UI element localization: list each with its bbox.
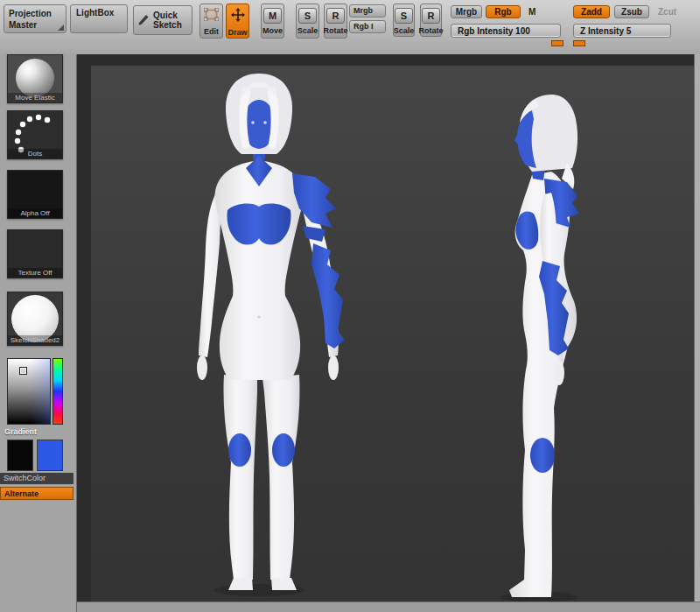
z-intensity-slider[interactable]: Z Intensity 5	[573, 24, 671, 38]
front-right-foot	[271, 578, 297, 590]
move-gyro-icon: M	[263, 8, 282, 24]
edit-label: Edit	[204, 27, 219, 36]
front-pauldron-plate	[303, 226, 326, 242]
side-hand	[554, 361, 564, 385]
color-sv-square[interactable]	[7, 358, 51, 425]
zadd-label: Zadd	[581, 7, 602, 17]
zsub-label: Zsub	[621, 7, 642, 17]
scale-gyro-icon-2: S	[395, 8, 413, 24]
front-right-knee-pad	[272, 433, 295, 467]
color-cursor[interactable]	[20, 368, 26, 374]
front-right-leg	[262, 375, 300, 580]
sketch-pen-icon	[137, 13, 150, 27]
material-label: SketchShaded2	[8, 335, 62, 345]
side-knee-pad	[530, 438, 555, 473]
front-pauldron	[292, 173, 336, 228]
mini-rgb-label: Rgb I	[354, 22, 374, 31]
bottom-tray-edge[interactable]	[77, 601, 700, 612]
front-left-hand	[197, 355, 207, 380]
rotate-mode-button[interactable]: R Rotate	[324, 4, 347, 39]
mrgb-button[interactable]: Mrgb	[451, 5, 482, 18]
front-left-foot	[228, 578, 253, 590]
model-front-figure	[197, 74, 345, 596]
corner-flick-icon	[58, 25, 64, 31]
mini-rgb-button[interactable]: Rgb I	[349, 20, 386, 33]
rotate-gyro-icon: R	[326, 8, 345, 24]
quick-sketch-button[interactable]: Quick Sketch	[133, 5, 192, 35]
rgb-label: Rgb	[494, 7, 511, 17]
lightbox-button[interactable]: LightBox	[70, 4, 128, 33]
projection-master-label: Projection Master	[9, 9, 52, 30]
mini-mrgb-button[interactable]: Mrgb	[349, 4, 386, 18]
zbrush-window: Projection Master LightBox Quick Sketch	[0, 0, 700, 612]
move-label: Move	[262, 26, 283, 35]
scale-mode-button-2[interactable]: S Scale	[393, 4, 415, 37]
brush-label: Move Elastic	[8, 93, 62, 102]
z-intensity-label: Z Intensity 5	[580, 26, 631, 36]
main-color-swatch[interactable]	[7, 440, 33, 471]
alpha-label: Alpha Off	[8, 208, 62, 218]
rotate-mode-button-2[interactable]: R Rotate	[420, 4, 442, 37]
zsub-button[interactable]: Zsub	[614, 5, 649, 18]
rgb-button[interactable]: Rgb	[486, 5, 521, 18]
scale-label-2: Scale	[394, 26, 415, 35]
rotate-label-2: Rotate	[419, 26, 444, 35]
front-left-eye	[251, 121, 255, 124]
front-torso	[215, 161, 304, 380]
zcut-button-disabled: Zcut	[658, 7, 676, 17]
color-picker[interactable]	[7, 358, 63, 425]
rgb-intensity-label: Rgb Intensity 100	[458, 26, 530, 36]
brush-preview-sphere-icon	[16, 59, 54, 97]
scale-label: Scale	[298, 26, 318, 35]
alpha-thumbnail[interactable]: Alpha Off	[7, 170, 63, 219]
front-right-hand	[328, 355, 339, 380]
edit-frame-icon	[204, 8, 219, 25]
alternate-button[interactable]: Alternate	[0, 487, 74, 500]
stroke-thumbnail[interactable]: Dots	[7, 110, 63, 159]
mrgb-label: Mrgb	[456, 7, 477, 17]
secondary-color-swatch[interactable]	[37, 440, 63, 471]
draw-mode-button[interactable]: Draw	[226, 4, 249, 39]
switchcolor-button[interactable]: SwitchColor	[0, 473, 74, 484]
zadd-button[interactable]: Zadd	[573, 5, 610, 18]
left-tray: Move Elastic Dots Alpha Off Texture Off …	[0, 54, 77, 612]
brush-thumbnail[interactable]: Move Elastic	[7, 54, 63, 103]
material-thumbnail[interactable]: SketchShaded2	[7, 292, 63, 346]
m-toggle[interactable]: M	[528, 7, 536, 17]
projection-master-button[interactable]: Projection Master	[4, 4, 66, 33]
stroke-label: Dots	[8, 149, 62, 158]
model-side-figure	[500, 95, 579, 601]
draw-label: Draw	[228, 28, 247, 37]
edit-mode-button[interactable]: Edit	[200, 4, 223, 39]
scale-mode-button[interactable]: S Scale	[296, 4, 319, 39]
model-render	[77, 54, 694, 601]
z-intensity-handle[interactable]	[573, 40, 585, 46]
rgb-intensity-handle[interactable]	[551, 40, 564, 46]
gradient-button[interactable]: Gradient	[4, 427, 37, 436]
front-right-eye	[263, 121, 267, 124]
hue-strip[interactable]	[52, 358, 63, 425]
front-left-knee-pad	[228, 433, 251, 467]
top-shelf: Projection Master LightBox Quick Sketch	[0, 0, 700, 55]
rotate-gyro-icon-2: R	[422, 8, 440, 24]
front-forearm-guard	[312, 243, 345, 348]
lightbox-label: LightBox	[76, 8, 114, 18]
mini-mrgb-label: Mrgb	[354, 6, 373, 15]
front-navel	[257, 315, 260, 318]
texture-thumbnail[interactable]: Texture Off	[7, 229, 63, 278]
scale-gyro-icon: S	[298, 8, 317, 24]
rgb-intensity-slider[interactable]: Rgb Intensity 100	[451, 24, 561, 38]
document-canvas[interactable]	[77, 54, 694, 601]
move-cross-icon	[231, 8, 245, 25]
front-left-leg	[223, 375, 257, 580]
rotate-label: Rotate	[324, 26, 348, 35]
move-mode-button[interactable]: M Move	[261, 4, 284, 39]
right-tray-edge[interactable]	[694, 54, 700, 601]
texture-label: Texture Off	[8, 268, 62, 278]
quick-sketch-label: Quick Sketch	[153, 11, 188, 31]
